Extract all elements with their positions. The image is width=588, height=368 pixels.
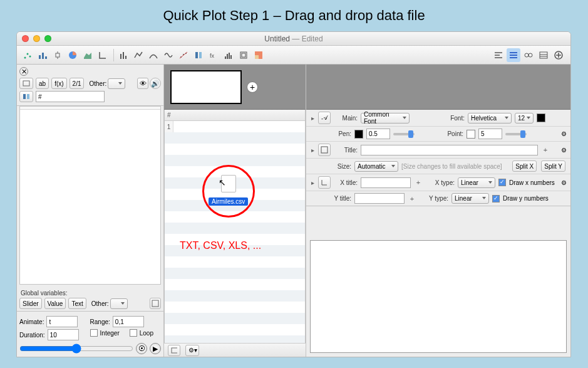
xtitle-input[interactable]: [361, 177, 411, 188]
contour-tool-icon[interactable]: [237, 48, 250, 62]
area-chart-icon[interactable]: [81, 48, 95, 62]
gv-other-select[interactable]: [110, 298, 128, 309]
duration-input[interactable]: [48, 329, 79, 340]
other-type-select[interactable]: [108, 78, 125, 89]
pen-color-swatch[interactable]: [354, 130, 363, 139]
play-button[interactable]: ▶: [150, 343, 161, 354]
app-window: Untitled — Edited fx: [16, 31, 571, 357]
loop-checkbox[interactable]: [130, 329, 137, 337]
ytitle-add-button[interactable]: +: [408, 194, 416, 203]
xtype-label: X type:: [428, 179, 455, 186]
fonts-gear-icon[interactable]: ⚙: [561, 130, 567, 137]
svg-rect-18: [199, 52, 202, 58]
curve-tool-icon[interactable]: [162, 48, 175, 62]
size-hint: [Size changes to fill available space]: [401, 163, 502, 170]
data-drop-area[interactable]: # 1 ↖ Airmiles.csv TXT, CSV, XLS, ...: [164, 110, 306, 343]
section-disclosure-axes[interactable]: ▸: [310, 179, 315, 186]
eye-icon[interactable]: 👁: [137, 78, 148, 89]
draw-xnum-label: Draw x numbers: [509, 179, 555, 186]
animate-label: Animate:: [19, 318, 44, 325]
sheet-thumbnail[interactable]: [170, 70, 242, 104]
heatmap-tool-icon[interactable]: [252, 48, 266, 62]
draw-ynum-label: Draw y numbers: [503, 195, 549, 202]
box-plot-icon[interactable]: [51, 48, 64, 62]
function-tool-icon[interactable]: fx: [207, 48, 220, 62]
add-tool-icon[interactable]: [552, 48, 565, 62]
section-disclosure-title[interactable]: ▸: [310, 147, 315, 154]
font-size-select[interactable]: 12: [515, 113, 534, 124]
datatype-tab-numeric[interactable]: [19, 78, 33, 89]
svg-rect-46: [172, 348, 177, 353]
close-panel-button[interactable]: ✕: [19, 67, 28, 76]
title-input[interactable]: [361, 145, 538, 155]
axes-section-icon: [318, 176, 331, 189]
svg-rect-21: [227, 54, 228, 59]
point-color-swatch[interactable]: [467, 130, 475, 139]
gv-tab-text[interactable]: Text: [68, 298, 86, 309]
column-name-input[interactable]: [36, 91, 105, 102]
datatype-tab-text[interactable]: ab: [36, 78, 49, 89]
sheet-settings-icon[interactable]: ⚙▾: [185, 345, 199, 356]
align-tool-icon[interactable]: [492, 48, 505, 62]
split-y-button[interactable]: Split Y: [541, 160, 565, 172]
animate-var-input[interactable]: [46, 316, 78, 327]
scatter-chart-icon[interactable]: [21, 48, 34, 62]
bar-chart-icon[interactable]: [36, 48, 49, 62]
title-add-button[interactable]: +: [541, 145, 550, 154]
main-font-select[interactable]: Common Font: [361, 113, 410, 124]
svg-point-34: [525, 53, 529, 57]
draw-xnum-checkbox[interactable]: [498, 179, 506, 186]
fit-tool-icon[interactable]: [147, 48, 160, 62]
record-button[interactable]: ⦿: [136, 343, 147, 354]
point-size-input[interactable]: [478, 129, 502, 139]
sheet-view-icon[interactable]: [168, 345, 180, 356]
gv-tab-slider[interactable]: Slider: [19, 298, 42, 309]
list-tool-icon[interactable]: [537, 48, 550, 62]
split-x-button[interactable]: Split X: [512, 160, 537, 172]
svg-point-1: [27, 53, 29, 55]
column-tool-icon[interactable]: [192, 48, 205, 62]
gv-tab-value[interactable]: Value: [44, 298, 66, 309]
pie-chart-icon[interactable]: [66, 48, 80, 62]
point-size-slider[interactable]: [505, 133, 527, 135]
histogram-tool-icon[interactable]: [222, 48, 235, 62]
axes-gear-icon[interactable]: ⚙: [561, 179, 567, 186]
sheet-column-header: #: [165, 110, 305, 121]
pen-width-input[interactable]: [366, 129, 390, 139]
plot-preview[interactable]: [310, 240, 567, 353]
minimize-window-button[interactable]: [33, 35, 40, 42]
ytitle-input[interactable]: [354, 193, 405, 204]
datatype-tab-fraction[interactable]: 2/1: [70, 78, 85, 89]
regression-tool-icon[interactable]: [177, 48, 190, 62]
xtitle-add-button[interactable]: +: [414, 178, 423, 187]
link-tool-icon[interactable]: [522, 48, 535, 62]
svg-rect-6: [56, 53, 59, 57]
font-family-select[interactable]: Helvetica: [468, 113, 512, 124]
ytype-select[interactable]: Linear: [451, 193, 489, 204]
lines-tool-icon[interactable]: [132, 48, 145, 62]
zoom-window-button[interactable]: [44, 35, 51, 42]
sound-icon[interactable]: 🔊: [150, 78, 161, 89]
xtype-select[interactable]: Linear: [458, 177, 495, 188]
svg-rect-4: [42, 53, 44, 59]
inspector-toggle-icon[interactable]: [507, 48, 520, 62]
section-disclosure-fonts[interactable]: ▸: [310, 115, 315, 122]
datatype-tab-function[interactable]: f(x): [51, 78, 66, 89]
bars-tool-icon[interactable]: [116, 48, 130, 62]
svg-rect-17: [195, 52, 198, 58]
close-window-button[interactable]: [22, 35, 29, 42]
axes-icon[interactable]: [96, 48, 110, 62]
add-sheet-button[interactable]: +: [247, 81, 258, 93]
title-gear-icon[interactable]: ⚙: [561, 147, 567, 154]
dataset-list[interactable]: [19, 106, 161, 285]
draw-ynum-checkbox[interactable]: [492, 195, 500, 202]
gv-options-icon[interactable]: [150, 298, 161, 309]
gv-other-label: Other:: [91, 300, 109, 307]
size-select[interactable]: Automatic: [354, 161, 398, 172]
column-type-icon[interactable]: [19, 91, 33, 102]
integer-checkbox[interactable]: [90, 329, 98, 337]
anim-slider[interactable]: [19, 344, 133, 354]
range-input[interactable]: [113, 316, 144, 327]
pen-width-slider[interactable]: [393, 133, 415, 135]
font-color-swatch[interactable]: [537, 113, 545, 122]
